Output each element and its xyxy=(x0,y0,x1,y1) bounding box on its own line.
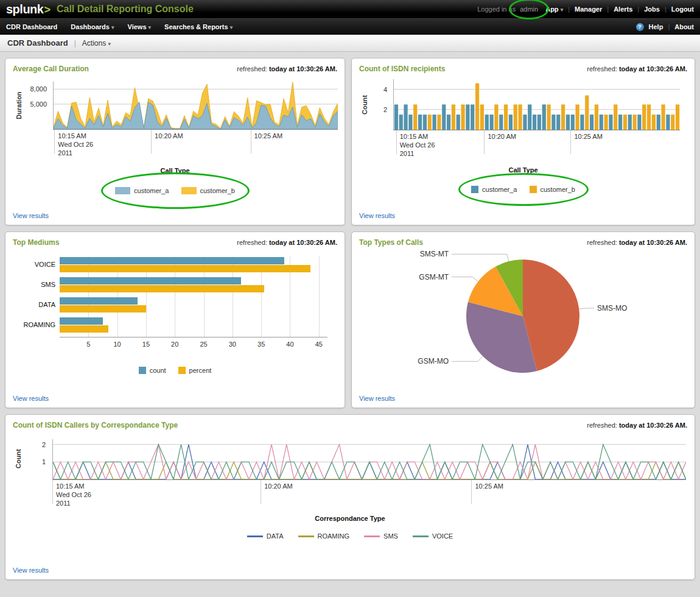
breadcrumb-title: CDR Dashboard xyxy=(7,38,68,48)
bar-customer_a xyxy=(471,105,474,130)
bar-customer_a xyxy=(666,115,670,130)
logged-in-text: Logged in as admin xyxy=(477,5,541,13)
area-chart-svg xyxy=(54,82,338,129)
breadcrumb-bar: CDR Dashboard | Actions ▾ xyxy=(0,35,700,52)
y-tick: 1 xyxy=(13,458,46,465)
x-axis: 10:15 AMWed Oct 262011 10:20 AM 10:25 AM xyxy=(53,130,337,158)
bar-customer_a xyxy=(600,115,603,130)
bar-customer_b xyxy=(561,105,565,130)
app-menu[interactable]: App ▾ xyxy=(545,5,563,13)
bar-customer_a xyxy=(394,105,398,130)
bar-customer_a xyxy=(447,115,450,130)
app-title: Call Detail Reporting Console xyxy=(57,4,194,15)
bar-customer_b xyxy=(661,105,665,130)
bar-customer_b xyxy=(437,115,441,130)
separator: | xyxy=(607,5,609,13)
legend-label: customer_b xyxy=(541,186,575,193)
area-chart: Duration 8,000 5,000 10:15 AMWed Oct 262… xyxy=(13,82,337,158)
category-label: DATA xyxy=(13,301,55,308)
nav-cdr-dashboard[interactable]: CDR Dashboard xyxy=(6,23,57,30)
x-tick: 10:15 AMWed Oct 262011 xyxy=(396,130,435,154)
separator: | xyxy=(568,5,570,13)
logo-text: splunk xyxy=(6,2,43,16)
dashboard: Average Call Duration refreshed: today a… xyxy=(0,52,700,580)
line-chart: Count 2 1 10:15 AMWed Oct 262011 10:20 A… xyxy=(13,439,687,509)
nav-views[interactable]: Views ▾ xyxy=(128,23,152,30)
x-tick: 45 xyxy=(315,341,323,348)
view-results-link[interactable]: View results xyxy=(13,567,49,574)
legend-label: customer_a xyxy=(134,187,169,194)
chevron-down-icon: ▾ xyxy=(149,24,152,30)
bar-customer_a xyxy=(571,115,575,130)
bar-customer_a xyxy=(399,115,403,130)
bar-customer_b xyxy=(614,105,617,130)
refreshed-label: refreshed: today at 10:30:26 AM. xyxy=(237,239,337,246)
x-tick: 10:15 AMWed Oct 262011 xyxy=(52,480,91,504)
splunk-logo[interactable]: splunk > xyxy=(6,2,51,16)
bar-count-voice xyxy=(60,257,284,264)
help-icon[interactable]: ? xyxy=(636,23,644,31)
line-series-roaming xyxy=(53,462,686,479)
separator: | xyxy=(637,5,639,13)
view-results-link[interactable]: View results xyxy=(359,395,395,402)
y-tick: 2 xyxy=(13,441,46,448)
legend-title: Call Type xyxy=(359,166,687,174)
bar-customer_a xyxy=(489,115,493,130)
pie-label-gsm-mt: GSM-MT xyxy=(419,273,449,281)
panel-isdn-callers-by-type: Count of ISDN Callers by Correspondance … xyxy=(5,414,695,580)
bar-customer_b xyxy=(652,115,656,130)
y-tick: 2 xyxy=(359,106,387,113)
x-tick: 15 xyxy=(142,341,150,348)
jobs-link[interactable]: Jobs xyxy=(644,5,660,13)
bar-customer_a xyxy=(637,115,641,130)
pie-leader-line xyxy=(452,277,478,281)
x-tick: 35 xyxy=(257,341,265,348)
panel-top-mediums: Top Mediums refreshed: today at 10:30:26… xyxy=(5,231,345,408)
category-label: VOICE xyxy=(13,261,55,268)
legend-title: Correspondance Type xyxy=(13,515,687,522)
bar-customer_a xyxy=(423,115,427,130)
manager-link[interactable]: Manager xyxy=(575,5,602,13)
legend-label: VOICE xyxy=(432,532,453,540)
nav-dashboards[interactable]: Dashboards ▾ xyxy=(71,23,114,30)
bar-customer_a xyxy=(590,115,593,130)
x-axis: 51015202530354045 xyxy=(60,341,327,350)
view-results-link[interactable]: View results xyxy=(13,395,49,402)
panel-top-types-of-calls: Top Types of Calls refreshed: today at 1… xyxy=(351,231,695,408)
nav-searches-reports[interactable]: Searches & Reports ▾ xyxy=(164,23,233,30)
bar-customer_a xyxy=(542,105,546,130)
about-link[interactable]: About xyxy=(674,23,694,30)
alerts-link[interactable]: Alerts xyxy=(614,5,632,13)
x-tick: 10:25 AM xyxy=(570,130,602,154)
chevron-down-icon: ▾ xyxy=(111,24,114,30)
bar-customer_a xyxy=(609,115,612,130)
bar-customer_b xyxy=(642,105,646,130)
separator: | xyxy=(668,23,670,30)
bar-customer_b xyxy=(461,105,464,130)
x-axis: 10:15 AMWed Oct 262011 10:20 AM 10:25 AM xyxy=(52,480,685,508)
x-tick: 10:25 AM xyxy=(471,480,503,504)
voice-line-swatch xyxy=(413,535,429,537)
bar-customer_b xyxy=(480,105,484,130)
x-tick: 10:25 AM xyxy=(251,130,282,154)
column-chart-svg xyxy=(394,79,680,130)
logout-link[interactable]: Logout xyxy=(671,5,694,13)
view-results-link[interactable]: View results xyxy=(13,212,49,219)
help-link[interactable]: Help xyxy=(649,23,663,30)
view-results-link[interactable]: View results xyxy=(359,212,395,219)
legend-label: customer_b xyxy=(200,187,235,194)
bar-count-sms xyxy=(60,277,241,284)
line-chart-svg xyxy=(53,439,686,479)
legend-title: Call Type xyxy=(13,167,337,174)
gridline xyxy=(319,256,320,337)
panel-title: Average Call Duration xyxy=(13,65,89,73)
bar-customer_b xyxy=(494,105,498,130)
legend-item: percent xyxy=(178,367,212,374)
actions-menu[interactable]: Actions ▾ xyxy=(82,39,111,48)
refreshed-label: refreshed: today at 10:30:26 AM. xyxy=(587,422,687,429)
bar-percent-roaming xyxy=(60,325,108,333)
bar-percent-sms xyxy=(60,285,264,292)
panel-title: Top Mediums xyxy=(13,238,59,247)
x-tick: 10:15 AMWed Oct 262011 xyxy=(54,130,93,154)
chevron-down-icon: ▾ xyxy=(108,41,111,47)
